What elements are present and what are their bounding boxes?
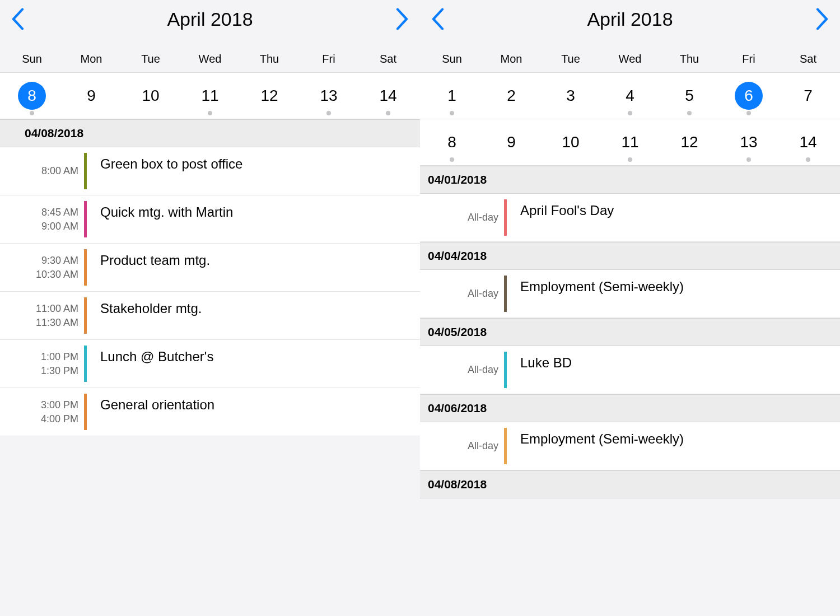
- day-number: 11: [616, 128, 644, 156]
- event-row[interactable]: All-dayEmployment (Semi-weekly): [420, 422, 840, 470]
- weekday-header-cell: Sat: [358, 36, 418, 72]
- event-start-time: All-day: [468, 364, 498, 376]
- day-cell[interactable]: 8: [422, 119, 482, 165]
- event-start-time: 11:00 AM: [36, 303, 78, 315]
- day-cell[interactable]: 7: [778, 73, 838, 119]
- weekday-header-cell: Mon: [482, 36, 541, 72]
- event-title: Lunch @ Butcher's: [87, 340, 420, 388]
- week-row: 891011121314: [0, 72, 420, 119]
- event-dot-icon: [208, 111, 212, 115]
- day-number: 9: [77, 82, 105, 110]
- day-number: 13: [735, 128, 763, 156]
- day-number: 1: [438, 82, 466, 110]
- day-cell[interactable]: 8: [2, 73, 62, 119]
- event-dot-icon: [806, 157, 810, 162]
- event-dot-icon: [326, 111, 331, 115]
- event-row[interactable]: All-dayEmployment (Semi-weekly): [420, 270, 840, 318]
- day-cell[interactable]: 12: [660, 119, 719, 165]
- event-dot-icon: [450, 157, 454, 162]
- event-time: 3:00 PM4:00 PM: [0, 388, 84, 436]
- day-number: 4: [616, 82, 644, 110]
- event-row[interactable]: 1:00 PM1:30 PMLunch @ Butcher's: [0, 340, 420, 388]
- day-cell[interactable]: 5: [660, 73, 719, 119]
- event-start-time: All-day: [468, 288, 498, 300]
- weekday-header-cell: Sat: [778, 36, 838, 72]
- event-start-time: 1:00 PM: [41, 351, 78, 363]
- event-title: Employment (Semi-weekly): [507, 270, 840, 318]
- day-number: 8: [438, 128, 466, 156]
- weekday-header-cell: Thu: [240, 36, 299, 72]
- event-row[interactable]: All-dayLuke BD: [420, 346, 840, 394]
- event-end-time: 1:30 PM: [41, 365, 78, 377]
- day-number: 12: [255, 82, 283, 110]
- day-cell[interactable]: 13: [299, 73, 358, 119]
- chevron-right-icon: [815, 8, 829, 30]
- day-cell[interactable]: 6: [719, 73, 778, 119]
- prev-month-button[interactable]: [431, 8, 445, 30]
- weekday-header-cell: Sun: [422, 36, 482, 72]
- event-end-time: 11:30 AM: [36, 317, 78, 329]
- event-row[interactable]: 8:00 AMGreen box to post office: [0, 147, 420, 195]
- month-title: April 2018: [167, 8, 253, 30]
- day-number: 5: [675, 82, 703, 110]
- chevron-right-icon: [395, 8, 409, 30]
- event-row[interactable]: All-dayApril Fool's Day: [420, 194, 840, 242]
- next-month-button[interactable]: [395, 8, 409, 30]
- day-cell[interactable]: 2: [482, 73, 541, 119]
- day-number: 8: [18, 82, 46, 110]
- event-dot-icon: [746, 157, 751, 162]
- event-end-time: 10:30 AM: [36, 269, 78, 281]
- event-title: Green box to post office: [87, 147, 420, 195]
- event-row[interactable]: 3:00 PM4:00 PMGeneral orientation: [0, 388, 420, 436]
- weekday-header-cell: Fri: [299, 36, 358, 72]
- day-cell[interactable]: 9: [482, 119, 541, 165]
- agenda-list[interactable]: 04/01/2018All-dayApril Fool's Day04/04/2…: [420, 166, 840, 616]
- event-end-time: 4:00 PM: [41, 413, 78, 425]
- weekday-headers: SunMonTueWedThuFriSat: [0, 36, 420, 72]
- day-cell[interactable]: 9: [62, 73, 121, 119]
- day-cell[interactable]: 1: [422, 73, 482, 119]
- prev-month-button[interactable]: [11, 8, 25, 30]
- event-time: 1:00 PM1:30 PM: [0, 340, 84, 388]
- event-dot-icon: [746, 111, 751, 115]
- day-cell[interactable]: 4: [600, 73, 660, 119]
- date-section-header: 04/05/2018: [420, 318, 840, 346]
- event-row[interactable]: 9:30 AM10:30 AMProduct team mtg.: [0, 244, 420, 292]
- event-time: 9:30 AM10:30 AM: [0, 244, 84, 291]
- weekday-header-cell: Tue: [541, 36, 600, 72]
- day-cell[interactable]: 12: [240, 73, 299, 119]
- agenda-list[interactable]: 04/08/20188:00 AMGreen box to post offic…: [0, 119, 420, 616]
- day-number: 3: [557, 82, 585, 110]
- weekday-header-cell: Tue: [121, 36, 180, 72]
- calendar-header: April 2018: [420, 0, 840, 36]
- weekday-header-cell: Wed: [600, 36, 660, 72]
- day-cell[interactable]: 10: [541, 119, 600, 165]
- event-title: Product team mtg.: [87, 244, 420, 291]
- event-dot-icon: [450, 111, 454, 115]
- month-title: April 2018: [587, 8, 673, 30]
- day-cell[interactable]: 14: [358, 73, 418, 119]
- day-cell[interactable]: 3: [541, 73, 600, 119]
- day-cell[interactable]: 11: [600, 119, 660, 165]
- day-number: 10: [557, 128, 585, 156]
- next-month-button[interactable]: [815, 8, 829, 30]
- event-start-time: All-day: [468, 440, 498, 452]
- event-row[interactable]: 11:00 AM11:30 AMStakeholder mtg.: [0, 292, 420, 340]
- event-time: 8:45 AM9:00 AM: [0, 195, 84, 243]
- event-dot-icon: [30, 111, 34, 115]
- date-section-header: 04/08/2018: [0, 119, 420, 147]
- date-section-header: 04/01/2018: [420, 166, 840, 194]
- day-number: 14: [374, 82, 402, 110]
- event-dot-icon: [628, 157, 632, 162]
- event-end-time: 9:00 AM: [41, 221, 78, 232]
- event-title: Employment (Semi-weekly): [507, 422, 840, 470]
- event-row[interactable]: 8:45 AM9:00 AMQuick mtg. with Martin: [0, 195, 420, 244]
- day-cell[interactable]: 10: [121, 73, 180, 119]
- day-cell[interactable]: 13: [719, 119, 778, 165]
- day-cell[interactable]: 14: [778, 119, 838, 165]
- event-dot-icon: [386, 111, 390, 115]
- event-time: All-day: [420, 346, 504, 394]
- day-cell[interactable]: 11: [180, 73, 240, 119]
- chevron-left-icon: [431, 8, 445, 30]
- calendar-pane-left: April 2018 SunMonTueWedThuFriSat 8910111…: [0, 0, 420, 616]
